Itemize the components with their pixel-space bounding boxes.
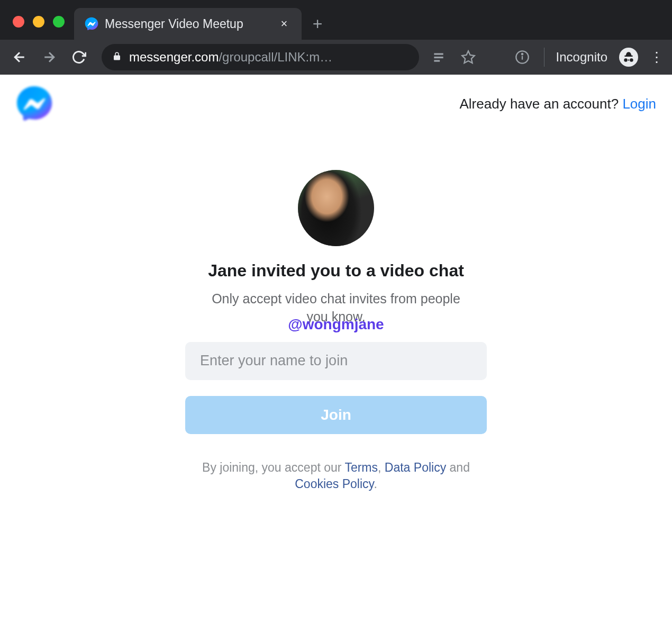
inviter-avatar [298, 170, 374, 246]
browser-tab[interactable]: Messenger Video Meetup × [74, 8, 302, 40]
window-close-button[interactable] [13, 16, 24, 28]
browser-menu-button[interactable]: ⋮ [650, 49, 662, 66]
bookmark-icon[interactable] [458, 47, 478, 67]
invite-subtitle: Only accept video chat invites from peop… [185, 290, 487, 326]
incognito-label: Incognito [556, 50, 607, 65]
url-text: messenger.com/groupcall/LINK:m… [129, 50, 332, 65]
toolbar-divider [544, 48, 544, 67]
messenger-logo-icon [16, 85, 53, 122]
messenger-favicon-icon [85, 17, 98, 31]
address-bar[interactable]: messenger.com/groupcall/LINK:m… [102, 44, 419, 70]
account-prompt: Already have an account? Login [460, 96, 657, 112]
login-link[interactable]: Login [622, 96, 656, 112]
svg-rect-0 [434, 53, 443, 55]
data-policy-link[interactable]: Data Policy [385, 461, 446, 474]
site-info-icon[interactable] [512, 47, 532, 67]
reader-mode-icon[interactable] [429, 47, 449, 67]
legal-text: By joining, you accept our Terms, Data P… [185, 459, 487, 492]
cookies-policy-link[interactable]: Cookies Policy [295, 477, 374, 491]
join-button[interactable]: Join [185, 396, 487, 434]
tab-title: Messenger Video Meetup [105, 17, 271, 31]
lock-icon [112, 51, 122, 63]
tab-close-button[interactable]: × [277, 17, 291, 31]
svg-rect-2 [434, 60, 440, 61]
incognito-icon[interactable] [619, 48, 638, 67]
invite-title: Jane invited you to a video chat [185, 261, 487, 281]
forward-button[interactable] [39, 47, 59, 67]
svg-point-6 [521, 53, 522, 55]
back-button[interactable] [10, 47, 30, 67]
new-tab-button[interactable]: + [302, 8, 333, 40]
window-minimize-button[interactable] [33, 16, 44, 28]
window-maximize-button[interactable] [53, 16, 65, 28]
svg-rect-1 [434, 57, 443, 58]
name-input[interactable] [185, 342, 487, 380]
svg-marker-3 [462, 51, 474, 63]
reload-button[interactable] [69, 47, 89, 67]
terms-link[interactable]: Terms [344, 461, 378, 474]
